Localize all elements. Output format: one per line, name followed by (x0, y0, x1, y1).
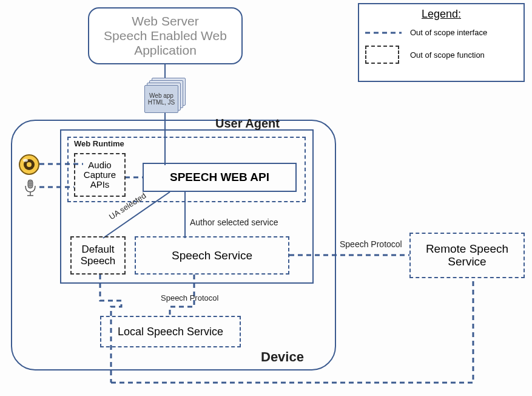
speech-service-box: Speech Service (135, 236, 289, 275)
default-speech-line2: Speech (81, 256, 116, 267)
author-selected-label: Author selected service (190, 217, 278, 227)
remote-speech-line2: Service (448, 256, 486, 268)
svg-rect-13 (28, 180, 33, 188)
speech-protocol-remote-label: Speech Protocol (340, 239, 402, 249)
webapp-doc-line2: HTML, JS (148, 99, 175, 106)
speaker-icon (18, 154, 40, 176)
webapp-doc-line1: Web app (149, 92, 173, 99)
remote-speech-line1: Remote Speech (426, 243, 508, 256)
local-speech-service-label: Local Speech Service (118, 326, 223, 338)
svg-point-11 (27, 162, 32, 167)
web-server-box: Web Server Speech Enabled Web Applicatio… (88, 7, 243, 64)
legend-dashed-box-icon (365, 46, 399, 64)
speech-web-api-label: SPEECH WEB API (170, 171, 269, 184)
remote-speech-service-box: Remote Speech Service (409, 233, 525, 278)
speech-service-label: Speech Service (172, 249, 252, 262)
microphone-icon (23, 179, 38, 198)
svg-point-12 (23, 159, 28, 162)
legend-function-label: Out of scope function (410, 50, 485, 60)
audio-capture-line1: Audio (88, 160, 111, 170)
speech-web-api-box: SPEECH WEB API (143, 163, 297, 192)
web-server-line3: Application (134, 43, 197, 58)
web-server-line2: Speech Enabled Web (104, 29, 227, 43)
audio-capture-box: Audio Capture APIs (74, 153, 126, 197)
web-runtime-label: Web Runtime (74, 139, 124, 148)
default-speech-box: Default Speech (70, 236, 126, 275)
speech-protocol-local-label: Speech Protocol (161, 293, 218, 302)
audio-capture-line3: APIs (90, 180, 110, 189)
web-server-line1: Web Server (132, 14, 199, 29)
legend-box: Legend: Out of scope interface Out of sc… (358, 3, 525, 82)
device-label: Device (261, 349, 304, 365)
legend-dashed-line-icon (365, 30, 402, 36)
user-agent-label: User Agent (215, 117, 280, 131)
default-speech-line1: Default (82, 244, 115, 256)
legend-title: Legend: (365, 8, 517, 21)
local-speech-service-box: Local Speech Service (100, 316, 241, 347)
legend-interface-label: Out of scope interface (410, 28, 487, 37)
audio-capture-line2: Capture (84, 170, 116, 180)
